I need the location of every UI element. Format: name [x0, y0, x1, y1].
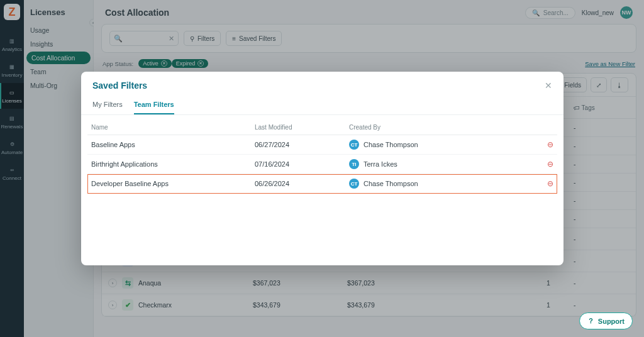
user-badge: CT: [349, 140, 359, 150]
modal-column-header: Name: [87, 120, 251, 135]
support-button[interactable]: ？ Support: [579, 312, 633, 329]
close-icon: ✕: [545, 80, 552, 91]
delete-filter-icon[interactable]: ⊖: [547, 179, 553, 188]
modal-tab-team-filters[interactable]: Team Filters: [134, 97, 174, 114]
filter-modified: 06/26/2024: [251, 174, 345, 194]
user-badge: TI: [349, 159, 359, 169]
delete-filter-icon[interactable]: ⊖: [547, 140, 553, 149]
help-icon: ？: [587, 316, 594, 326]
modal-column-header: Created By: [345, 120, 540, 135]
modal-tab-my-filters[interactable]: My Filters: [92, 97, 123, 114]
saved-filters-modal: Saved Filters ✕ My FiltersTeam Filters N…: [81, 72, 564, 265]
modal-title: Saved Filters: [92, 80, 147, 91]
filter-modified: 06/27/2024: [251, 135, 345, 155]
user-badge: CT: [349, 179, 359, 189]
saved-filter-row[interactable]: Baseline Apps 06/27/2024 CTChase Thompso…: [87, 135, 557, 155]
saved-filters-table: NameLast ModifiedCreated By Baseline App…: [87, 120, 557, 194]
support-label: Support: [598, 318, 625, 325]
modal-close-button[interactable]: ✕: [545, 80, 552, 91]
filter-owner: Terra Ickes: [364, 160, 397, 168]
filter-modified: 07/16/2024: [251, 155, 345, 174]
filter-owner: Chase Thompson: [364, 141, 418, 148]
filter-name: Baseline Apps: [87, 135, 251, 155]
filter-name: Birthright Applications: [87, 155, 251, 174]
modal-tabs: My FiltersTeam Filters: [81, 97, 564, 115]
filter-name: Developer Baseline Apps: [87, 174, 251, 194]
saved-filter-row[interactable]: Developer Baseline Apps 06/26/2024 CTCha…: [87, 174, 557, 194]
delete-filter-icon[interactable]: ⊖: [547, 160, 553, 168]
saved-filter-row[interactable]: Birthright Applications 07/16/2024 TITer…: [87, 155, 557, 174]
modal-column-header: Last Modified: [251, 120, 345, 135]
filter-owner: Chase Thompson: [364, 180, 418, 187]
